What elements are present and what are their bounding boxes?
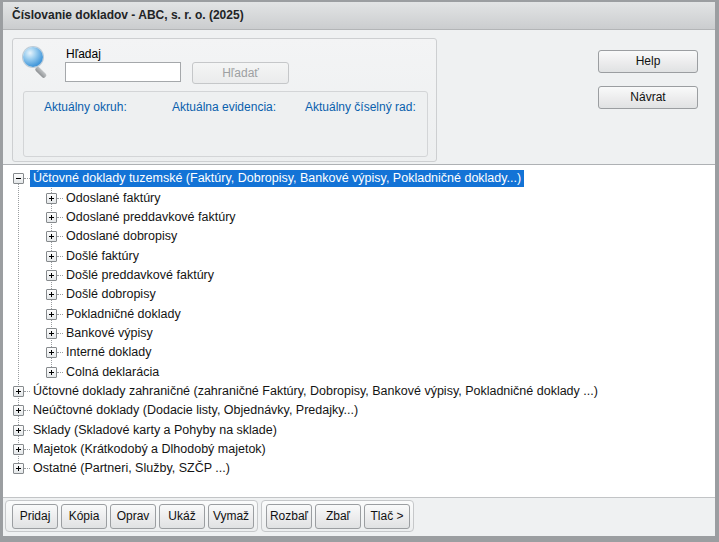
tree-item[interactable]: Došlé dobropisy [3, 285, 715, 304]
action-button-kpia[interactable]: Kópia [61, 504, 107, 529]
expand-toggle-icon[interactable] [46, 328, 57, 339]
bottom-toolbar: PridajKópiaOpravUkážVymaž RozbaľZbaľTlač… [3, 498, 715, 536]
search-label: Hľadaj [66, 47, 101, 61]
tree-item[interactable]: Odoslané dobropisy [3, 227, 715, 246]
tree-item[interactable]: Odoslané faktúry [3, 188, 715, 207]
tree-item-label[interactable]: Odoslané preddavkové faktúry [63, 209, 239, 226]
expand-toggle-icon[interactable] [13, 463, 24, 474]
tree-item[interactable]: Odoslané preddavkové faktúry [3, 208, 715, 227]
tree-item-label[interactable]: Došlé dobropisy [63, 286, 159, 303]
tree-rows: Účtovné doklady tuzemské (Faktúry, Dobro… [3, 169, 715, 479]
tree-item[interactable]: Neúčtovné doklady (Dodacie listy, Objedn… [3, 401, 715, 420]
tree-item-label[interactable]: Interné doklady [63, 344, 154, 361]
current-selection-panel: Aktuálny okruh: Aktuálna evidencia: Aktu… [23, 91, 428, 157]
tree-item-label[interactable]: Došlé preddavkové faktúry [63, 267, 217, 284]
current-evidencia-label: Aktuálna evidencia: [172, 100, 276, 114]
expand-toggle-icon[interactable] [46, 270, 57, 281]
tree-item[interactable]: Bankové výpisy [3, 324, 715, 343]
expand-toggle-icon[interactable] [46, 251, 57, 262]
expand-toggle-icon[interactable] [46, 309, 57, 320]
window-title: Číslovanie dokladov - ABC, s. r. o. (202… [12, 2, 244, 29]
tree-buttons-group: RozbaľZbaľTlač > [261, 500, 414, 532]
tree-item-label[interactable]: Neúčtovné doklady (Dodacie listy, Objedn… [30, 402, 361, 419]
tree-item[interactable]: Colná deklarácia [3, 362, 715, 381]
tree-item-label[interactable]: Odoslané faktúry [63, 190, 164, 207]
record-buttons-group: PridajKópiaOpravUkážVymaž [5, 500, 258, 532]
action-button-tla[interactable]: Tlač > [364, 504, 410, 529]
tree-item-label[interactable]: Majetok (Krátkodobý a Dlhodobý majetok) [30, 441, 269, 458]
search-button[interactable]: Hľadať [192, 62, 289, 84]
expand-toggle-icon[interactable] [46, 193, 57, 204]
tree-item[interactable]: Účtovné doklady zahraničné (zahraničné F… [3, 382, 715, 401]
action-button-pridaj[interactable]: Pridaj [12, 504, 58, 529]
tree-item-label[interactable]: Účtovné doklady zahraničné (zahraničné F… [30, 383, 601, 400]
expand-toggle-icon[interactable] [46, 231, 57, 242]
expand-toggle-icon[interactable] [13, 386, 24, 397]
tree-item[interactable]: Došlé faktúry [3, 246, 715, 265]
expand-toggle-icon[interactable] [13, 444, 24, 455]
tree-item-label[interactable]: Ostatné (Partneri, Služby, SZČP ...) [30, 460, 233, 477]
tree-item-label[interactable]: Účtovné doklady tuzemské (Faktúry, Dobro… [30, 170, 524, 187]
search-icon-lens [23, 47, 43, 67]
action-button-zba[interactable]: Zbaľ [315, 504, 361, 529]
expand-toggle-icon[interactable] [13, 405, 24, 416]
search-icon [23, 47, 55, 81]
help-button[interactable]: Help [598, 50, 698, 73]
action-button-uk[interactable]: Ukáž [159, 504, 205, 529]
tree-item[interactable]: Majetok (Krátkodobý a Dlhodobý majetok) [3, 440, 715, 459]
tree-item[interactable]: Došlé preddavkové faktúry [3, 266, 715, 285]
action-button-vyma[interactable]: Vymaž [208, 504, 254, 529]
search-input[interactable] [65, 62, 181, 82]
expand-toggle-icon[interactable] [13, 425, 24, 436]
tree-item-label[interactable]: Došlé faktúry [63, 248, 142, 265]
document-tree: Účtovné doklady tuzemské (Faktúry, Dobro… [3, 164, 715, 498]
action-button-oprav[interactable]: Oprav [110, 504, 156, 529]
expand-toggle-icon[interactable] [46, 289, 57, 300]
tree-item[interactable]: Účtovné doklady tuzemské (Faktúry, Dobro… [3, 169, 715, 188]
search-icon-handle [34, 66, 47, 79]
current-ciselny-rad-label: Aktuálny číselný rad: [305, 100, 416, 114]
title-bar: Číslovanie dokladov - ABC, s. r. o. (202… [3, 2, 715, 30]
search-group-box: Hľadaj Hľadať Aktuálny okruh: Aktuálna e… [12, 38, 437, 162]
tree-item-label[interactable]: Odoslané dobropisy [63, 228, 180, 245]
tree-item-label[interactable]: Colná deklarácia [63, 364, 162, 381]
tree-item-label[interactable]: Bankové výpisy [63, 325, 156, 342]
expand-toggle-icon[interactable] [46, 367, 57, 378]
expand-toggle-icon[interactable] [46, 212, 57, 223]
tree-item-label[interactable]: Pokladničné doklady [63, 306, 184, 323]
tree-item[interactable]: Interné doklady [3, 343, 715, 362]
current-okruh-label: Aktuálny okruh: [44, 100, 127, 114]
dialog-window: Číslovanie dokladov - ABC, s. r. o. (202… [0, 0, 719, 542]
action-button-rozba[interactable]: Rozbaľ [266, 504, 312, 529]
navrat-button[interactable]: Návrat [598, 86, 698, 109]
expand-toggle-icon[interactable] [13, 173, 24, 184]
tree-item[interactable]: Sklady (Skladové karty a Pohyby na sklad… [3, 420, 715, 439]
tree-item-label[interactable]: Sklady (Skladové karty a Pohyby na sklad… [30, 422, 280, 439]
expand-toggle-icon[interactable] [46, 347, 57, 358]
tree-item[interactable]: Ostatné (Partneri, Služby, SZČP ...) [3, 459, 715, 478]
tree-item[interactable]: Pokladničné doklady [3, 304, 715, 323]
